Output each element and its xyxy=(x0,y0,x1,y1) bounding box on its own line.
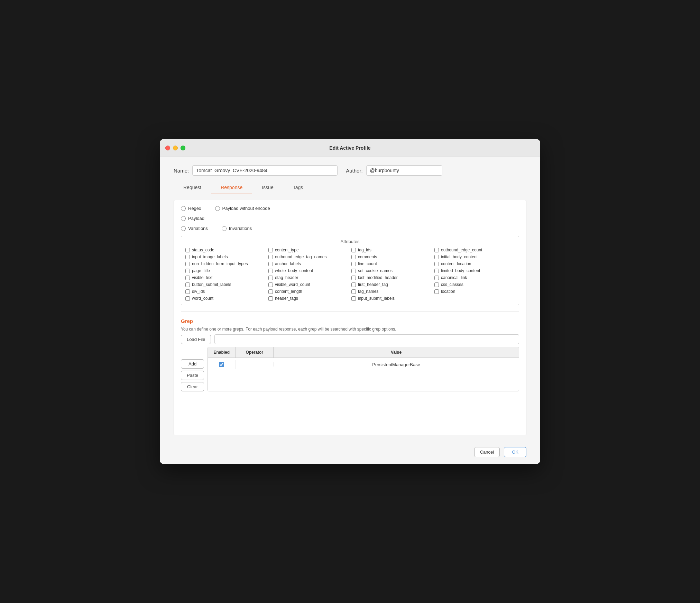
tabs-row: Request Response Issue Tags xyxy=(174,181,526,194)
attr-set-cookie-names[interactable]: set_cookie_names xyxy=(351,268,432,273)
window-title: Edit Active Profile xyxy=(329,145,370,151)
attr-content-length[interactable]: content_length xyxy=(268,289,349,294)
cb-outbound-edge-count[interactable] xyxy=(434,248,439,252)
tab-tags[interactable]: Tags xyxy=(283,181,313,194)
paste-button[interactable]: Paste xyxy=(181,371,204,380)
ok-button[interactable]: OK xyxy=(504,447,526,457)
attr-content-location[interactable]: content_location xyxy=(434,261,515,266)
cb-location[interactable] xyxy=(434,289,439,294)
attr-comments[interactable]: comments xyxy=(351,254,432,259)
attr-initial-body-content[interactable]: initial_body_content xyxy=(434,254,515,259)
cb-line-count[interactable] xyxy=(351,262,356,266)
cb-tag-ids[interactable] xyxy=(351,248,356,252)
cb-div-ids[interactable] xyxy=(185,289,190,294)
name-input[interactable] xyxy=(192,165,338,176)
grep-section: Grep You can define one or more greps. F… xyxy=(181,318,519,391)
attr-non-hidden-form-input-types[interactable]: non_hidden_form_input_types xyxy=(185,261,266,266)
name-label: Name: xyxy=(174,168,189,174)
attr-css-classes[interactable]: css_classes xyxy=(434,282,515,287)
cb-non-hidden-form-input-types[interactable] xyxy=(185,262,190,266)
attr-input-submit-labels[interactable]: input_submit_labels xyxy=(351,296,432,301)
cb-last-modified-header[interactable] xyxy=(351,276,356,280)
cb-comments[interactable] xyxy=(351,255,356,259)
cb-button-submit-labels[interactable] xyxy=(185,282,190,287)
grep-file-input[interactable] xyxy=(214,334,519,344)
main-window: Edit Active Profile Name: Author: Reques… xyxy=(160,139,540,464)
cb-header-tags[interactable] xyxy=(268,296,273,301)
radio-payload[interactable]: Payload xyxy=(181,216,204,221)
radio-payload-input[interactable] xyxy=(181,216,186,221)
maximize-button[interactable] xyxy=(181,146,185,150)
cb-set-cookie-names[interactable] xyxy=(351,269,356,273)
attr-last-modified-header[interactable]: last_modified_header xyxy=(351,275,432,280)
attr-outbound-edge-tag-names[interactable]: outbound_edge_tag_names xyxy=(268,254,349,259)
radio-variations[interactable]: Variations xyxy=(181,226,208,231)
attr-word-count[interactable]: word_count xyxy=(185,296,266,301)
cb-whole-body-content[interactable] xyxy=(268,269,273,273)
cb-initial-body-content[interactable] xyxy=(434,255,439,259)
titlebar: Edit Active Profile xyxy=(160,139,540,157)
attr-first-header-tag[interactable]: first_header_tag xyxy=(351,282,432,287)
attr-canonical-link[interactable]: canonical_link xyxy=(434,275,515,280)
attr-button-submit-labels[interactable]: button_submit_labels xyxy=(185,282,266,287)
clear-button[interactable]: Clear xyxy=(181,382,204,391)
radio-regex-input[interactable] xyxy=(181,206,186,211)
cb-status-code[interactable] xyxy=(185,248,190,252)
cb-content-length[interactable] xyxy=(268,289,273,294)
attr-header-tags[interactable]: header_tags xyxy=(268,296,349,301)
attr-visible-word-count[interactable]: visible_word_count xyxy=(268,282,349,287)
attr-page-title[interactable]: page_title xyxy=(185,268,266,273)
cb-word-count[interactable] xyxy=(185,296,190,301)
radio-invariations-input[interactable] xyxy=(222,226,227,231)
close-button[interactable] xyxy=(165,146,170,150)
tab-response[interactable]: Response xyxy=(211,181,252,194)
cell-value: PersistentManagerBase xyxy=(274,360,519,369)
cb-tag-names[interactable] xyxy=(351,289,356,294)
load-file-button[interactable]: Load File xyxy=(181,335,211,344)
cb-etag-header[interactable] xyxy=(268,276,273,280)
radio-variations-label: Variations xyxy=(188,226,208,231)
attr-content-type[interactable]: content_type xyxy=(268,248,349,252)
author-input[interactable] xyxy=(366,165,442,176)
attr-visible-text[interactable]: visible_text xyxy=(185,275,266,280)
attr-tag-ids[interactable]: tag_ids xyxy=(351,248,432,252)
cb-input-submit-labels[interactable] xyxy=(351,296,356,301)
cb-content-location[interactable] xyxy=(434,262,439,266)
tab-issue[interactable]: Issue xyxy=(252,181,283,194)
minimize-button[interactable] xyxy=(173,146,178,150)
attr-etag-header[interactable]: etag_header xyxy=(268,275,349,280)
radio-invariations-label: Invariations xyxy=(229,226,252,231)
attr-location[interactable]: location xyxy=(434,289,515,294)
radio-invariations[interactable]: Invariations xyxy=(222,226,252,231)
tab-request[interactable]: Request xyxy=(174,181,211,194)
attr-div-ids[interactable]: div_ids xyxy=(185,289,266,294)
attr-status-code[interactable]: status_code xyxy=(185,248,266,252)
cb-canonical-link[interactable] xyxy=(434,276,439,280)
radio-payload-without-encode-input[interactable] xyxy=(215,206,220,211)
add-button[interactable]: Add xyxy=(181,359,204,369)
radio-payload-without-encode[interactable]: Payload without encode xyxy=(215,206,270,211)
main-panel: Regex Payload without encode Payload Var… xyxy=(174,200,526,435)
radio-regex[interactable]: Regex xyxy=(181,206,201,211)
col-operator: Operator xyxy=(236,347,274,358)
attr-line-count[interactable]: line_count xyxy=(351,261,432,266)
cb-page-title[interactable] xyxy=(185,269,190,273)
attr-input-image-labels[interactable]: input_image_labels xyxy=(185,254,266,259)
attr-limited-body-content[interactable]: limited_body_content xyxy=(434,268,515,273)
cb-content-type[interactable] xyxy=(268,248,273,252)
cb-outbound-edge-tag-names[interactable] xyxy=(268,255,273,259)
cb-limited-body-content[interactable] xyxy=(434,269,439,273)
cb-visible-word-count[interactable] xyxy=(268,282,273,287)
cb-anchor-labels[interactable] xyxy=(268,262,273,266)
radio-variations-input[interactable] xyxy=(181,226,186,231)
row-enabled-checkbox[interactable] xyxy=(219,362,224,367)
attr-anchor-labels[interactable]: anchor_labels xyxy=(268,261,349,266)
cb-first-header-tag[interactable] xyxy=(351,282,356,287)
attr-outbound-edge-count[interactable]: outbound_edge_count xyxy=(434,248,515,252)
cb-visible-text[interactable] xyxy=(185,276,190,280)
attr-whole-body-content[interactable]: whole_body_content xyxy=(268,268,349,273)
cb-input-image-labels[interactable] xyxy=(185,255,190,259)
attr-tag-names[interactable]: tag_names xyxy=(351,289,432,294)
cancel-button[interactable]: Cancel xyxy=(474,447,500,457)
cb-css-classes[interactable] xyxy=(434,282,439,287)
